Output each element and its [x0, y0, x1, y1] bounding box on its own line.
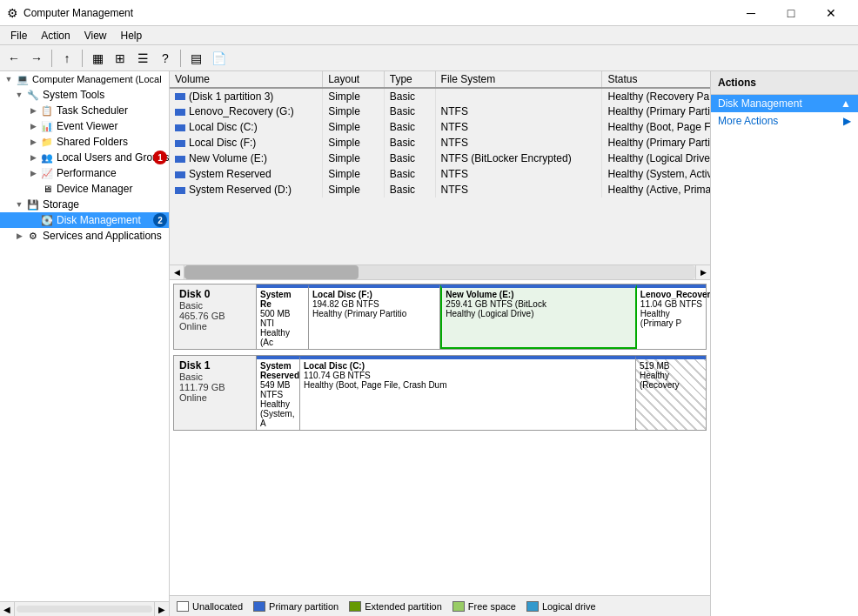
sidebar-item-label: Services and Applications	[43, 230, 162, 242]
sidebar-item-shared-folders[interactable]: ▶ 📁 Shared Folders	[0, 134, 169, 150]
sidebar-item-storage[interactable]: ▼ 💾 Storage	[0, 197, 169, 212]
col-status[interactable]: Status	[602, 71, 710, 88]
disk-0-partition-f[interactable]: Local Disc (F:) 194.82 GB NTFS Healthy (…	[309, 285, 440, 349]
expand-icon[interactable]: ▼	[2, 75, 16, 84]
legend-unallocated: Unallocated	[177, 601, 243, 612]
sidebar-item-task-scheduler[interactable]: ▶ 📋 Task Scheduler	[0, 103, 169, 118]
disk-1-partition-sysres[interactable]: System Reserved 549 MB NTFS Healthy (Sys…	[257, 356, 300, 430]
back-button[interactable]: ←	[3, 48, 24, 69]
table-horizontal-scrollbar[interactable]: ◀ ▶	[170, 264, 710, 279]
action-section-disk-management[interactable]: Disk Management ▲	[711, 95, 858, 112]
sidebar-item-disk-management[interactable]: ▶ 💽 Disk Management 2	[0, 212, 169, 228]
partition-name: Lenovo_Recovery	[640, 290, 702, 299]
sidebar-item-device-manager[interactable]: ▶ 🖥 Device Manager	[0, 181, 169, 197]
properties-button[interactable]: ☰	[132, 48, 153, 69]
legend-extended-label: Extended partition	[365, 601, 442, 612]
col-type[interactable]: Type	[384, 71, 435, 88]
table-row[interactable]: Local Disc (C:) Simple Basic NTFS Health…	[170, 119, 710, 135]
table-row[interactable]: New Volume (E:) Simple Basic NTFS (BitLo…	[170, 151, 710, 166]
menu-view[interactable]: View	[77, 28, 114, 44]
action-more-actions[interactable]: More Actions ▶	[711, 112, 858, 130]
expand-icon-services[interactable]: ▶	[12, 231, 26, 240]
table-row[interactable]: Local Disc (F:) Simple Basic NTFS Health…	[170, 135, 710, 151]
menu-help[interactable]: Help	[114, 28, 150, 44]
scroll-right-button[interactable]: ▶	[154, 602, 169, 617]
expand-icon-event[interactable]: ▶	[26, 122, 40, 131]
cell-type: Basic	[384, 119, 435, 135]
scroll-left-btn[interactable]: ◀	[170, 265, 184, 280]
scroll-track[interactable]	[184, 265, 695, 279]
partition-status: Healthy (Ac	[260, 328, 305, 347]
sidebar-scroll[interactable]: ▼ 💻 Computer Management (Local ▼ 🔧 Syste…	[0, 71, 169, 601]
cell-status: Healthy (Primary Partition)	[602, 135, 710, 151]
show-hide-button[interactable]: ▦	[87, 48, 108, 69]
volume-table: Volume Layout Type File System Status (D…	[170, 71, 710, 198]
cell-volume: Lenovo_Recovery (G:)	[170, 104, 323, 119]
help-icon-button[interactable]: ?	[155, 48, 176, 69]
disk-visual-area[interactable]: Disk 0 Basic 465.76 GB Online System Re …	[170, 280, 710, 595]
close-button[interactable]: ✕	[811, 0, 851, 26]
disk-1-label: Disk 1 Basic 111.79 GB Online	[174, 356, 257, 430]
scroll-right-btn[interactable]: ▶	[695, 265, 710, 280]
table-wrapper[interactable]: Volume Layout Type File System Status (D…	[170, 71, 710, 264]
menu-action[interactable]: Action	[34, 28, 77, 44]
disk-1-row: Disk 1 Basic 111.79 GB Online System Res…	[173, 355, 707, 431]
expand-icon-task[interactable]: ▶	[26, 106, 40, 115]
expand-icon-system[interactable]: ▼	[12, 90, 26, 99]
partition-size: 11.04 GB NTFS	[640, 299, 702, 309]
app-icon: ⚙	[7, 6, 18, 20]
sidebar-bottom-scrollbar[interactable]: ◀ ▶	[0, 601, 169, 616]
col-filesystem[interactable]: File System	[435, 71, 602, 88]
sidebar-item-computer-management[interactable]: ▼ 💻 Computer Management (Local	[0, 71, 169, 87]
cell-layout: Simple	[323, 88, 385, 104]
expand-icon-shared[interactable]: ▶	[26, 137, 40, 146]
cell-volume: New Volume (E:)	[170, 151, 323, 166]
cell-volume: System Reserved	[170, 166, 323, 182]
cell-layout: Simple	[323, 151, 385, 166]
disk-0-partitions: System Re 500 MB NTI Healthy (Ac Local D…	[257, 285, 706, 349]
col-volume[interactable]: Volume	[170, 71, 323, 88]
sidebar-item-services-apps[interactable]: ▶ ⚙ Services and Applications	[0, 228, 169, 244]
cell-layout: Simple	[323, 182, 385, 198]
table-row[interactable]: (Disk 1 partition 3) Simple Basic Health…	[170, 88, 710, 104]
menu-file[interactable]: File	[3, 28, 34, 44]
legend-primary: Primary partition	[253, 601, 339, 612]
partition-name: Local Disc (C:)	[304, 361, 632, 371]
expand-icon-perf[interactable]: ▶	[26, 169, 40, 177]
sidebar-item-local-users[interactable]: ▶ 👥 Local Users and Groups 1	[0, 150, 169, 165]
expand-icon-users[interactable]: ▶	[26, 153, 40, 162]
partition-status: Healthy (Primary Partitio	[312, 309, 436, 318]
action-button[interactable]: ▤	[185, 48, 206, 69]
disk-1-partition-c[interactable]: Local Disc (C:) 110.74 GB NTFS Healthy (…	[300, 356, 636, 430]
expand-icon-storage[interactable]: ▼	[12, 200, 26, 209]
maximize-button[interactable]: □	[771, 0, 811, 26]
table-row[interactable]: System Reserved (D:) Simple Basic NTFS H…	[170, 182, 710, 198]
table-row[interactable]: System Reserved Simple Basic NTFS Health…	[170, 166, 710, 182]
col-layout[interactable]: Layout	[323, 71, 385, 88]
sidebar-item-event-viewer[interactable]: ▶ 📊 Event Viewer	[0, 118, 169, 134]
scroll-thumb[interactable]	[184, 265, 359, 279]
forward-button[interactable]: →	[26, 48, 47, 69]
badge-2: 2	[153, 213, 167, 227]
partition-name: System Re	[260, 290, 305, 309]
sidebar-item-label: Local Users and Groups	[57, 151, 169, 164]
cell-type: Basic	[384, 104, 435, 119]
partition-name: System Reserved	[260, 361, 296, 380]
disk-1-partition-recovery[interactable]: 519 MB Healthy (Recovery	[636, 356, 706, 430]
sidebar-item-performance[interactable]: ▶ 📈 Performance	[0, 165, 169, 181]
sidebar-item-system-tools[interactable]: ▼ 🔧 System Tools	[0, 87, 169, 103]
table-row[interactable]: Lenovo_Recovery (G:) Simple Basic NTFS H…	[170, 104, 710, 119]
action-link-arrow: ▶	[843, 115, 851, 127]
disk-0-partition-e[interactable]: New Volume (E:) 259.41 GB NTFS (BitLock …	[440, 285, 637, 349]
disk-1-type: Basic	[179, 372, 251, 382]
up-button[interactable]: ↑	[57, 48, 77, 69]
cell-status: Healthy (Logical Drive)	[602, 151, 710, 166]
disk-0-partition-sysres[interactable]: System Re 500 MB NTI Healthy (Ac	[257, 285, 309, 349]
export-button[interactable]: 📄	[208, 48, 229, 69]
sidebar-scrollbar-thumb[interactable]	[17, 606, 152, 613]
minimize-button[interactable]: ─	[731, 0, 771, 26]
disk-management-icon: 💽	[40, 213, 54, 227]
disk-0-partition-recovery[interactable]: Lenovo_Recovery 11.04 GB NTFS Healthy (P…	[637, 285, 706, 349]
view-button[interactable]: ⊞	[110, 48, 131, 69]
scroll-left-button[interactable]: ◀	[0, 602, 15, 617]
